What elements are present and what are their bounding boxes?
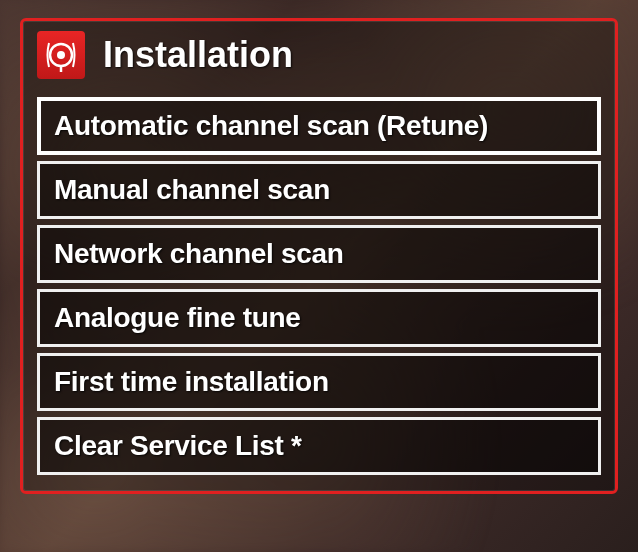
- menu-item-label: Manual channel scan: [54, 174, 330, 205]
- menu-item-network-channel-scan[interactable]: Network channel scan: [37, 225, 601, 283]
- menu-title: Installation: [103, 34, 293, 76]
- menu-item-automatic-channel-scan[interactable]: Automatic channel scan (Retune): [37, 97, 601, 155]
- menu-item-label: Automatic channel scan (Retune): [54, 110, 488, 141]
- menu-item-analogue-fine-tune[interactable]: Analogue fine tune: [37, 289, 601, 347]
- menu-item-label: First time installation: [54, 366, 329, 397]
- menu-item-label: Analogue fine tune: [54, 302, 301, 333]
- menu-item-label: Network channel scan: [54, 238, 344, 269]
- menu-items-list: Automatic channel scan (Retune) Manual c…: [23, 97, 615, 475]
- menu-header: Installation: [23, 21, 615, 97]
- menu-item-manual-channel-scan[interactable]: Manual channel scan: [37, 161, 601, 219]
- menu-item-first-time-installation[interactable]: First time installation: [37, 353, 601, 411]
- satellite-dish-icon: [37, 31, 85, 79]
- svg-point-1: [57, 51, 65, 59]
- menu-item-label: Clear Service List *: [54, 430, 302, 461]
- installation-menu: Installation Automatic channel scan (Ret…: [20, 18, 618, 494]
- menu-item-clear-service-list[interactable]: Clear Service List *: [37, 417, 601, 475]
